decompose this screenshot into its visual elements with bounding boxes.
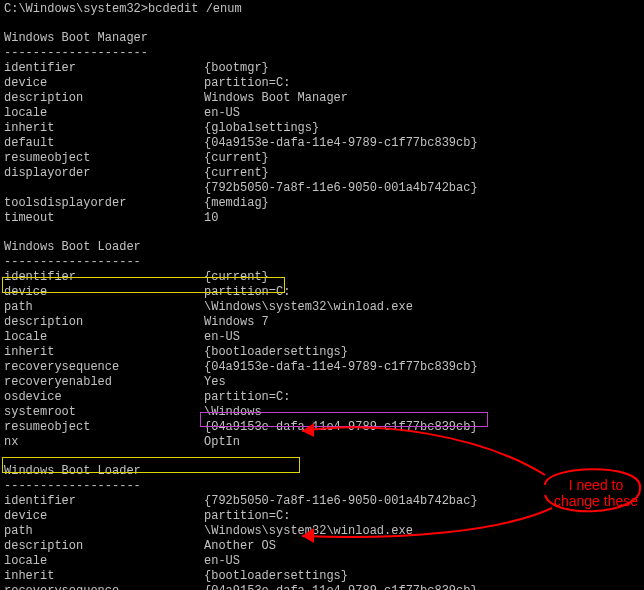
value-text: partition=C: <box>204 509 290 523</box>
value-text: {globalsettings} <box>204 121 319 135</box>
key-label: inherit <box>4 569 204 584</box>
key-label: description <box>4 91 204 106</box>
value-text: {current} <box>204 151 269 165</box>
key-label: osdevice <box>4 390 204 405</box>
kv-row: descriptionAnother OS <box>4 539 640 554</box>
value-text: \Windows <box>204 405 262 419</box>
kv-row: recoverysequence{04a9153e-dafa-11e4-9789… <box>4 584 640 590</box>
value-text: 10 <box>204 211 218 225</box>
value-text: Another OS <box>204 539 276 553</box>
key-label: resumeobject <box>4 420 204 435</box>
key-label: displayorder <box>4 166 204 181</box>
kv-row: identifier{792b5050-7a8f-11e6-9050-001a4… <box>4 494 640 509</box>
kv-row: resumeobject{04a9153e-dafa-11e4-9789-c1f… <box>4 420 640 435</box>
kv-row: localeen-US <box>4 554 640 569</box>
key-label: device <box>4 76 204 91</box>
value-text: {memdiag} <box>204 196 269 210</box>
key-label: recoverysequence <box>4 360 204 375</box>
section-title: Windows Boot Loader <box>4 464 640 479</box>
key-label: default <box>4 136 204 151</box>
key-label: toolsdisplayorder <box>4 196 204 211</box>
kv-row: devicepartition=C: <box>4 285 640 300</box>
kv-row: descriptionWindows Boot Manager <box>4 91 640 106</box>
value-text: {04a9153e-dafa-11e4-9789-c1f77bc839cb} <box>204 420 478 434</box>
kv-row: inherit{globalsettings} <box>4 121 640 136</box>
value-text: {bootloadersettings} <box>204 345 348 359</box>
command-prompt-line: C:\Windows\system32>bcdedit /enum <box>4 2 640 17</box>
key-label: identifier <box>4 61 204 76</box>
section-underline: -------------------- <box>4 46 640 61</box>
value-text: {current} <box>204 166 269 180</box>
value-text: {bootmgr} <box>204 61 269 75</box>
key-label: recoveryenabled <box>4 375 204 390</box>
kv-row: timeout10 <box>4 211 640 226</box>
key-label: path <box>4 524 204 539</box>
value-text: partition=C: <box>204 76 290 90</box>
kv-row: path\Windows\system32\winload.exe <box>4 524 640 539</box>
key-label: description <box>4 315 204 330</box>
key-label: nx <box>4 435 204 450</box>
value-text: {current} <box>204 270 269 284</box>
key-label: identifier <box>4 494 204 509</box>
kv-row: inherit{bootloadersettings} <box>4 569 640 584</box>
kv-row: displayorder{current} <box>4 166 640 181</box>
section-title: Windows Boot Manager <box>4 31 640 46</box>
key-label: timeout <box>4 211 204 226</box>
kv-row: identifier{bootmgr} <box>4 61 640 76</box>
value-text: {04a9153e-dafa-11e4-9789-c1f77bc839cb} <box>204 584 478 590</box>
section-underline: ------------------- <box>4 255 640 270</box>
value-text: Windows 7 <box>204 315 269 329</box>
value-text: {792b5050-7a8f-11e6-9050-001a4b742bac} <box>204 181 478 195</box>
value-text: {792b5050-7a8f-11e6-9050-001a4b742bac} <box>204 494 478 508</box>
key-label: inherit <box>4 121 204 136</box>
value-text: en-US <box>204 554 240 568</box>
kv-row: recoveryenabledYes <box>4 375 640 390</box>
key-label: locale <box>4 554 204 569</box>
value-text: {bootloadersettings} <box>204 569 348 583</box>
kv-row: systemroot\Windows <box>4 405 640 420</box>
kv-row: localeen-US <box>4 106 640 121</box>
value-text: Windows Boot Manager <box>204 91 348 105</box>
kv-row: devicepartition=C: <box>4 76 640 91</box>
key-label: device <box>4 285 204 300</box>
value-text: en-US <box>204 106 240 120</box>
kv-row: {792b5050-7a8f-11e6-9050-001a4b742bac} <box>4 181 640 196</box>
section-title: Windows Boot Loader <box>4 240 640 255</box>
key-label: description <box>4 539 204 554</box>
value-text: \Windows\system32\winload.exe <box>204 524 413 538</box>
key-label: resumeobject <box>4 151 204 166</box>
kv-row: identifier{current} <box>4 270 640 285</box>
kv-row: recoverysequence{04a9153e-dafa-11e4-9789… <box>4 360 640 375</box>
value-text: partition=C: <box>204 390 290 404</box>
annotation-text: I need to change these <box>552 477 640 509</box>
section-loader2: Windows Boot Loader ------------------- … <box>4 464 640 590</box>
section-bootmgr: Windows Boot Manager -------------------… <box>4 31 640 226</box>
key-label: recoverysequence <box>4 584 204 590</box>
value-text: partition=C: <box>204 285 290 299</box>
value-text: Yes <box>204 375 226 389</box>
key-label: locale <box>4 330 204 345</box>
value-text: {04a9153e-dafa-11e4-9789-c1f77bc839cb} <box>204 360 478 374</box>
value-text: \Windows\system32\winload.exe <box>204 300 413 314</box>
key-label: path <box>4 300 204 315</box>
key-label: inherit <box>4 345 204 360</box>
value-text: en-US <box>204 330 240 344</box>
key-label: device <box>4 509 204 524</box>
kv-row: inherit{bootloadersettings} <box>4 345 640 360</box>
section-underline: ------------------- <box>4 479 640 494</box>
kv-row: toolsdisplayorder{memdiag} <box>4 196 640 211</box>
key-label: identifier <box>4 270 204 285</box>
key-label: systemroot <box>4 405 204 420</box>
value-text: {04a9153e-dafa-11e4-9789-c1f77bc839cb} <box>204 136 478 150</box>
kv-row: default{04a9153e-dafa-11e4-9789-c1f77bc8… <box>4 136 640 151</box>
kv-row: nxOptIn <box>4 435 640 450</box>
kv-row: devicepartition=C: <box>4 509 640 524</box>
kv-row: osdevicepartition=C: <box>4 390 640 405</box>
value-text: OptIn <box>204 435 240 449</box>
key-label: locale <box>4 106 204 121</box>
kv-row: localeen-US <box>4 330 640 345</box>
kv-row: resumeobject{current} <box>4 151 640 166</box>
kv-row: descriptionWindows 7 <box>4 315 640 330</box>
section-loader1: Windows Boot Loader ------------------- … <box>4 240 640 450</box>
kv-row: path\Windows\system32\winload.exe <box>4 300 640 315</box>
